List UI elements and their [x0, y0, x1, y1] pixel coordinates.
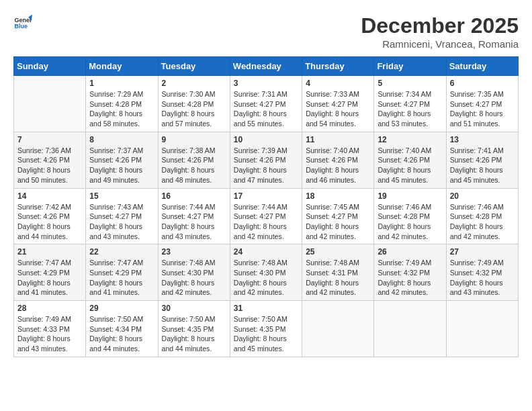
day-info: Sunrise: 7:49 AMSunset: 4:33 PMDaylight:… [17, 314, 82, 354]
day-info: Sunrise: 7:48 AMSunset: 4:30 PMDaylight:… [162, 258, 226, 298]
day-info: Sunrise: 7:31 AMSunset: 4:27 PMDaylight:… [234, 89, 298, 129]
day-number: 1 [89, 79, 154, 88]
calendar-cell: 11Sunrise: 7:40 AMSunset: 4:26 PMDayligh… [302, 132, 374, 188]
day-info: Sunrise: 7:45 AMSunset: 4:27 PMDaylight:… [306, 202, 370, 242]
day-number: 6 [450, 79, 515, 88]
day-number: 2 [162, 79, 226, 88]
day-info: Sunrise: 7:43 AMSunset: 4:27 PMDaylight:… [89, 202, 154, 242]
day-number: 23 [162, 247, 226, 257]
calendar-cell: 21Sunrise: 7:47 AMSunset: 4:29 PMDayligh… [14, 244, 86, 301]
month-title: December 2025 [361, 13, 519, 38]
calendar-cell: 22Sunrise: 7:47 AMSunset: 4:29 PMDayligh… [86, 244, 158, 301]
calendar-cell: 7Sunrise: 7:36 AMSunset: 4:26 PMDaylight… [14, 132, 86, 188]
day-number: 20 [450, 191, 515, 201]
calendar-cell: 9Sunrise: 7:38 AMSunset: 4:26 PMDaylight… [158, 132, 230, 188]
day-number: 12 [378, 135, 442, 144]
calendar-week-row: 21Sunrise: 7:47 AMSunset: 4:29 PMDayligh… [14, 244, 519, 301]
calendar-cell [446, 301, 518, 357]
day-of-week-header: Tuesday [158, 57, 230, 76]
day-number: 11 [306, 135, 370, 144]
day-number: 27 [450, 247, 515, 257]
day-number: 31 [234, 304, 298, 313]
day-number: 5 [378, 79, 442, 88]
calendar-cell: 27Sunrise: 7:49 AMSunset: 4:32 PMDayligh… [446, 244, 518, 301]
day-info: Sunrise: 7:50 AMSunset: 4:35 PMDaylight:… [234, 314, 298, 354]
day-info: Sunrise: 7:35 AMSunset: 4:27 PMDaylight:… [450, 89, 515, 129]
day-number: 16 [162, 191, 226, 201]
calendar-cell: 19Sunrise: 7:46 AMSunset: 4:28 PMDayligh… [374, 188, 446, 244]
calendar-cell: 1Sunrise: 7:29 AMSunset: 4:28 PMDaylight… [86, 76, 158, 132]
day-number: 28 [17, 304, 82, 313]
calendar-cell: 5Sunrise: 7:34 AMSunset: 4:27 PMDaylight… [374, 76, 446, 132]
calendar-cell [14, 76, 86, 132]
calendar-cell: 8Sunrise: 7:37 AMSunset: 4:26 PMDaylight… [86, 132, 158, 188]
calendar-week-row: 7Sunrise: 7:36 AMSunset: 4:26 PMDaylight… [14, 132, 519, 188]
calendar-cell: 18Sunrise: 7:45 AMSunset: 4:27 PMDayligh… [302, 188, 374, 244]
day-info: Sunrise: 7:50 AMSunset: 4:35 PMDaylight:… [162, 314, 226, 354]
calendar-cell [302, 301, 374, 357]
day-of-week-header: Sunday [14, 57, 86, 76]
day-number: 25 [306, 247, 370, 257]
day-info: Sunrise: 7:49 AMSunset: 4:32 PMDaylight:… [450, 258, 515, 298]
calendar-header-row: SundayMondayTuesdayWednesdayThursdayFrid… [14, 57, 519, 76]
day-number: 3 [234, 79, 298, 88]
day-info: Sunrise: 7:29 AMSunset: 4:28 PMDaylight:… [89, 89, 154, 129]
day-number: 8 [89, 135, 154, 144]
day-info: Sunrise: 7:48 AMSunset: 4:30 PMDaylight:… [234, 258, 298, 298]
calendar-cell: 17Sunrise: 7:44 AMSunset: 4:27 PMDayligh… [230, 188, 302, 244]
day-info: Sunrise: 7:47 AMSunset: 4:29 PMDaylight:… [17, 258, 82, 298]
day-number: 30 [162, 304, 226, 313]
day-info: Sunrise: 7:40 AMSunset: 4:26 PMDaylight:… [306, 146, 370, 185]
logo: General Blue [13, 13, 32, 32]
logo-icon: General Blue [13, 13, 32, 32]
day-info: Sunrise: 7:46 AMSunset: 4:28 PMDaylight:… [450, 202, 515, 242]
day-of-week-header: Wednesday [230, 57, 302, 76]
day-info: Sunrise: 7:37 AMSunset: 4:26 PMDaylight:… [89, 146, 154, 185]
day-number: 17 [234, 191, 298, 201]
calendar-cell: 12Sunrise: 7:40 AMSunset: 4:26 PMDayligh… [374, 132, 446, 188]
calendar-cell: 26Sunrise: 7:49 AMSunset: 4:32 PMDayligh… [374, 244, 446, 301]
calendar-cell: 24Sunrise: 7:48 AMSunset: 4:30 PMDayligh… [230, 244, 302, 301]
calendar-cell [374, 301, 446, 357]
day-number: 9 [162, 135, 226, 144]
day-of-week-header: Monday [86, 57, 158, 76]
day-info: Sunrise: 7:39 AMSunset: 4:26 PMDaylight:… [234, 146, 298, 185]
calendar-week-row: 1Sunrise: 7:29 AMSunset: 4:28 PMDaylight… [14, 76, 519, 132]
day-info: Sunrise: 7:50 AMSunset: 4:34 PMDaylight:… [89, 314, 154, 354]
day-number: 7 [17, 135, 82, 144]
day-number: 29 [89, 304, 154, 313]
day-number: 18 [306, 191, 370, 201]
day-info: Sunrise: 7:38 AMSunset: 4:26 PMDaylight:… [162, 146, 226, 185]
day-info: Sunrise: 7:42 AMSunset: 4:26 PMDaylight:… [17, 202, 82, 242]
calendar-cell: 14Sunrise: 7:42 AMSunset: 4:26 PMDayligh… [14, 188, 86, 244]
calendar-cell: 28Sunrise: 7:49 AMSunset: 4:33 PMDayligh… [14, 301, 86, 357]
day-info: Sunrise: 7:44 AMSunset: 4:27 PMDaylight:… [234, 202, 298, 242]
day-number: 13 [450, 135, 515, 144]
day-number: 19 [378, 191, 442, 201]
calendar-cell: 15Sunrise: 7:43 AMSunset: 4:27 PMDayligh… [86, 188, 158, 244]
calendar-cell: 29Sunrise: 7:50 AMSunset: 4:34 PMDayligh… [86, 301, 158, 357]
day-info: Sunrise: 7:30 AMSunset: 4:28 PMDaylight:… [162, 89, 226, 129]
calendar-cell: 2Sunrise: 7:30 AMSunset: 4:28 PMDaylight… [158, 76, 230, 132]
day-info: Sunrise: 7:46 AMSunset: 4:28 PMDaylight:… [378, 202, 442, 242]
calendar-cell: 4Sunrise: 7:33 AMSunset: 4:27 PMDaylight… [302, 76, 374, 132]
svg-text:Blue: Blue [14, 23, 28, 30]
day-number: 15 [89, 191, 154, 201]
day-info: Sunrise: 7:48 AMSunset: 4:31 PMDaylight:… [306, 258, 370, 298]
calendar-week-row: 14Sunrise: 7:42 AMSunset: 4:26 PMDayligh… [14, 188, 519, 244]
day-of-week-header: Saturday [446, 57, 518, 76]
calendar-cell: 10Sunrise: 7:39 AMSunset: 4:26 PMDayligh… [230, 132, 302, 188]
day-number: 26 [378, 247, 442, 257]
day-info: Sunrise: 7:40 AMSunset: 4:26 PMDaylight:… [378, 146, 442, 185]
calendar-cell: 3Sunrise: 7:31 AMSunset: 4:27 PMDaylight… [230, 76, 302, 132]
calendar-cell: 23Sunrise: 7:48 AMSunset: 4:30 PMDayligh… [158, 244, 230, 301]
day-number: 22 [89, 247, 154, 257]
location-title: Ramniceni, Vrancea, Romania [361, 38, 519, 50]
calendar-cell: 16Sunrise: 7:44 AMSunset: 4:27 PMDayligh… [158, 188, 230, 244]
day-info: Sunrise: 7:49 AMSunset: 4:32 PMDaylight:… [378, 258, 442, 298]
calendar-cell: 25Sunrise: 7:48 AMSunset: 4:31 PMDayligh… [302, 244, 374, 301]
title-area: December 2025 Ramniceni, Vrancea, Romani… [361, 13, 519, 50]
day-of-week-header: Thursday [302, 57, 374, 76]
day-info: Sunrise: 7:47 AMSunset: 4:29 PMDaylight:… [89, 258, 154, 298]
page-header: General Blue December 2025 Ramniceni, Vr… [13, 13, 519, 50]
